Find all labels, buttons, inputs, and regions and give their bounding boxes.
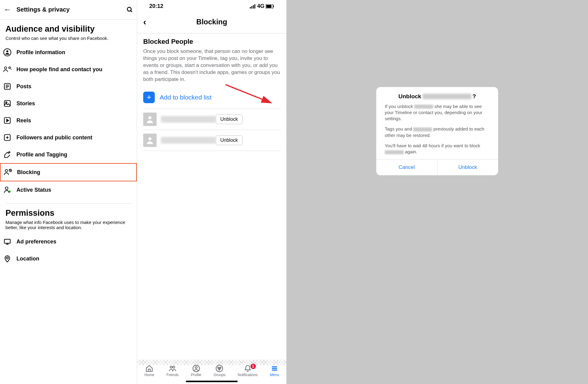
svg-point-3 xyxy=(6,51,9,53)
tab-label: Menu xyxy=(270,373,279,377)
svg-point-17 xyxy=(9,152,10,153)
menu-icon xyxy=(3,133,12,142)
name-redacted xyxy=(423,94,471,99)
svg-line-1 xyxy=(131,10,132,12)
dialog-title-suffix: ? xyxy=(473,93,476,100)
menu-label: Stories xyxy=(16,100,35,107)
tab-home[interactable]: Home xyxy=(144,364,154,377)
confirm-unblock-button[interactable]: Unblock xyxy=(437,159,498,175)
tab-profile[interactable]: Profile xyxy=(191,364,201,377)
tab-friends[interactable]: Friends xyxy=(166,364,179,377)
menu-item-ad-preferences[interactable]: Ad preferences xyxy=(0,233,137,250)
svg-point-18 xyxy=(5,169,8,172)
settings-title: Settings & privacy xyxy=(16,6,126,13)
section-title: Audience and visibility xyxy=(5,24,131,34)
svg-rect-27 xyxy=(250,7,251,9)
menu-icon xyxy=(3,65,12,74)
network-label: 4G xyxy=(257,3,264,9)
tab-label: Notifications xyxy=(238,373,257,377)
unblock-button[interactable]: Unblock xyxy=(216,135,243,145)
section-audience: Audience and visibility Control who can … xyxy=(0,19,137,41)
svg-rect-30 xyxy=(254,4,255,9)
menu-icon xyxy=(3,150,12,159)
status-icons: 4G xyxy=(250,3,274,9)
svg-point-43 xyxy=(220,367,221,368)
menu-label: Location xyxy=(16,256,39,262)
menu-icon xyxy=(270,364,279,373)
name-redacted xyxy=(414,105,433,109)
status-bar: 20:12 4G xyxy=(137,0,286,9)
section-title: Permissions xyxy=(5,208,131,218)
svg-point-38 xyxy=(173,366,175,368)
unblock-dialog: Unblock ? If you unblock she may be able… xyxy=(376,87,498,176)
menu-icon xyxy=(4,168,12,176)
menu-item-followers-and-public-content[interactable]: Followers and public content xyxy=(0,129,137,146)
blocking-body: Blocked People Once you block someone, t… xyxy=(137,33,286,151)
menu-icon xyxy=(3,99,12,108)
dialog-para-2: Tags you and previously added to each ot… xyxy=(376,126,498,143)
notification-badge: 1 xyxy=(250,364,256,369)
menu-item-how-people-find-and-contact-you[interactable]: How people find and contact you xyxy=(0,61,137,78)
profile-icon xyxy=(192,364,200,373)
menu-label: Posts xyxy=(16,83,31,90)
svg-rect-28 xyxy=(251,6,252,9)
menu-icon xyxy=(3,186,12,194)
dialog-title-prefix: Unblock xyxy=(398,93,421,100)
friends-icon xyxy=(168,364,177,373)
dialog-buttons: Cancel Unblock xyxy=(376,159,498,175)
svg-rect-23 xyxy=(4,239,10,243)
menu-label: How people find and contact you xyxy=(16,66,102,73)
tab-label: Profile xyxy=(191,373,201,377)
battery-icon xyxy=(266,4,274,9)
svg-point-21 xyxy=(5,187,8,190)
signal-icon xyxy=(250,4,256,9)
menu-item-stories[interactable]: Stories xyxy=(0,95,137,112)
menu-label: Reels xyxy=(16,117,31,124)
tab-menu[interactable]: Menu xyxy=(270,364,279,377)
cancel-button[interactable]: Cancel xyxy=(376,159,437,175)
blocked-people-desc: Once you block someone, that person can … xyxy=(143,48,280,83)
svg-rect-33 xyxy=(273,5,274,7)
section-permissions: Permissions Manage what info Facebook us… xyxy=(0,204,137,230)
menu-item-reels[interactable]: Reels xyxy=(0,112,137,129)
groups-icon xyxy=(215,364,224,373)
menu-item-posts[interactable]: Posts xyxy=(0,78,137,95)
svg-rect-29 xyxy=(253,5,254,9)
menu-label: Ad preferences xyxy=(16,239,56,245)
svg-point-5 xyxy=(9,67,11,69)
home-icon xyxy=(145,364,154,373)
name-redacted xyxy=(413,127,432,131)
menu-item-profile-and-tagging[interactable]: Profile and Tagging xyxy=(0,146,137,163)
clock: 20:12 xyxy=(149,3,163,9)
svg-line-20 xyxy=(9,169,11,171)
blocking-title: Blocking xyxy=(143,18,280,26)
menu-item-profile-information[interactable]: Profile information xyxy=(0,44,137,61)
back-arrow-icon[interactable]: ← xyxy=(4,5,12,14)
dialog-title: Unblock ? xyxy=(376,87,498,103)
settings-header: ← Settings & privacy xyxy=(0,0,137,19)
svg-point-37 xyxy=(170,366,172,368)
svg-point-34 xyxy=(148,116,151,119)
menu-item-location[interactable]: Location xyxy=(0,250,137,267)
menu-icon xyxy=(3,254,12,263)
name-redacted xyxy=(385,150,404,154)
blocking-panel: 20:12 4G ‹ Blocking Blocked People Once … xyxy=(137,0,286,384)
section-desc: Control who can see what you share on Fa… xyxy=(5,36,131,41)
tab-notifications[interactable]: 1Notifications xyxy=(238,364,257,377)
menu-label: Blocking xyxy=(17,169,40,176)
plus-icon: + xyxy=(143,92,155,103)
add-label: Add to blocked list xyxy=(160,94,211,101)
unblock-button[interactable]: Unblock xyxy=(216,114,243,124)
menu-item-active-status[interactable]: Active Status xyxy=(0,181,137,198)
blocked-name-redacted xyxy=(161,116,216,123)
svg-rect-11 xyxy=(4,100,10,106)
svg-point-22 xyxy=(9,190,11,193)
menu-item-blocking[interactable]: Blocking xyxy=(0,163,137,181)
menu-label: Profile and Tagging xyxy=(16,152,67,158)
svg-rect-32 xyxy=(266,5,271,8)
add-to-blocked-button[interactable]: + Add to blocked list xyxy=(143,86,280,109)
search-icon[interactable] xyxy=(126,6,133,13)
tab-groups[interactable]: Groups xyxy=(214,364,225,377)
section-desc: Manage what info Facebook uses to make y… xyxy=(5,220,131,230)
menu-label: Followers and public content xyxy=(16,134,92,141)
